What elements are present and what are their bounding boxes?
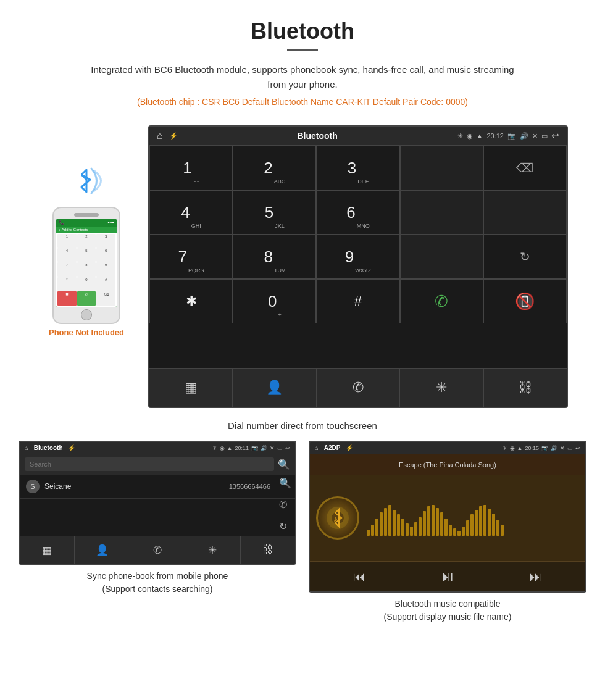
phonebook-contact-row[interactable]: S Seicane 13566664466	[20, 475, 295, 499]
dial-key-0[interactable]: 0+	[233, 279, 316, 323]
music-screen-wrap: ⌂ A2DP ⚡ ✳ ◉ ▲ 20:15 📷 🔊 ✕ ▭ ↩ E	[309, 441, 586, 626]
dial-key-5[interactable]: 5JKL	[233, 190, 316, 235]
dial-empty-row3-col4	[400, 235, 483, 279]
mu-close-icon[interactable]: ✕	[560, 445, 565, 451]
phone-screen-top: 📞●●●	[56, 219, 117, 227]
contact-number: 13566664466	[229, 483, 270, 490]
phonebook-screen: ⌂ Bluetooth ⚡ ✳ ◉ ▲ 20:11 📷 🔊 ✕ ▭ ↩	[19, 441, 296, 565]
side-call-icon[interactable]: ✆	[279, 499, 291, 510]
dial-key-6[interactable]: 6MNO	[316, 190, 399, 235]
phone-image: 📞●●● + Add to Contacts 123 456 789 *0# ✖…	[52, 207, 120, 324]
phonebook-caption-line2: (Support contacts searching)	[102, 584, 213, 594]
side-search-icon[interactable]: 🔍	[279, 477, 291, 489]
bottom-screens-area: ⌂ Bluetooth ⚡ ✳ ◉ ▲ 20:11 📷 🔊 ✕ ▭ ↩	[0, 441, 605, 626]
pb-usb-icon: ⚡	[68, 444, 75, 451]
visualizer-bar	[388, 505, 391, 536]
volume-icon: 🔊	[520, 132, 528, 140]
pb-back-icon[interactable]: ↩	[285, 445, 290, 451]
phone-speaker	[74, 213, 99, 217]
dial-refresh[interactable]: ↻	[483, 235, 567, 279]
phonebook-search-input[interactable]	[25, 457, 274, 471]
contacts-button[interactable]: 👤	[233, 369, 316, 407]
dial-backspace[interactable]: ⌫	[483, 146, 567, 190]
phonebook-status-bar: ⌂ Bluetooth ⚡ ✳ ◉ ▲ 20:11 📷 🔊 ✕ ▭ ↩	[20, 442, 295, 454]
dialpad-button[interactable]: ▦	[149, 369, 233, 407]
bt-status-icon: ✳	[457, 132, 463, 140]
pb-dialpad-btn[interactable]: ▦	[20, 536, 75, 564]
phonebook-search-bar: 🔍	[20, 454, 295, 475]
visualizer-bar	[483, 505, 486, 536]
phonebook-caption-line1: Sync phone-book from mobile phone	[87, 571, 228, 581]
link-button[interactable]: ⛓	[484, 369, 567, 407]
page-header: Bluetooth Integrated with BC6 Bluetooth …	[0, 0, 605, 125]
music-status-bar: ⌂ A2DP ⚡ ✳ ◉ ▲ 20:15 📷 🔊 ✕ ▭ ↩	[310, 442, 585, 454]
pb-contacts-btn[interactable]: 👤	[75, 536, 130, 564]
dial-key-1[interactable]: 1⌣⌣	[149, 146, 233, 190]
dial-key-4[interactable]: 4GHI	[149, 190, 233, 235]
window-icon[interactable]: ▭	[541, 132, 548, 140]
music-album-art: ♪	[316, 496, 359, 540]
phone-screen: 📞●●● + Add to Contacts 123 456 789 *0# ✖…	[56, 219, 117, 307]
dial-key-star[interactable]: ✱	[149, 279, 233, 323]
mu-home-icon[interactable]: ⌂	[315, 444, 319, 451]
home-icon[interactable]: ⌂	[157, 130, 163, 141]
music-controls: ⏮ ⏯ ⏭	[310, 561, 585, 591]
dial-key-8[interactable]: 8TUV	[233, 235, 316, 279]
pb-status-right: ✳ ◉ ▲ 20:11 📷 🔊 ✕ ▭ ↩	[212, 445, 290, 451]
dial-call-button[interactable]: ✆	[400, 279, 483, 323]
bluetooth-button[interactable]: ✳	[400, 369, 483, 407]
side-refresh-icon[interactable]: ↻	[279, 520, 291, 532]
pb-wifi-icon: ▲	[227, 445, 233, 451]
dial-key-hash[interactable]: #	[316, 279, 399, 323]
visualizer-bar	[375, 519, 378, 536]
phonebook-empty-area	[20, 499, 295, 536]
dial-key-3[interactable]: 3DEF	[316, 146, 399, 190]
pb-window-icon[interactable]: ▭	[277, 445, 283, 451]
visualizer-bar	[457, 531, 461, 536]
pb-close-icon[interactable]: ✕	[270, 445, 275, 451]
visualizer-bar	[501, 525, 504, 536]
phone-contacts-label: + Add to Contacts	[56, 227, 117, 233]
visualizer-bar	[393, 510, 396, 536]
visualizer-bar	[410, 527, 413, 536]
mu-window-icon[interactable]: ▭	[567, 445, 573, 451]
mu-title: A2DP	[324, 444, 341, 451]
visualizer-bar	[462, 527, 465, 536]
music-song-title-area: Escape (The Pina Colada Song)	[310, 454, 585, 475]
prev-button[interactable]: ⏮	[353, 570, 365, 584]
dial-key-2[interactable]: 2ABC	[233, 146, 316, 190]
dial-key-9[interactable]: 9WXYZ	[316, 235, 399, 279]
visualizer-bar	[492, 514, 495, 536]
mu-location-icon: ◉	[510, 445, 515, 451]
pb-link-btn[interactable]: ⛓	[241, 536, 295, 564]
screen-title: Bluetooth	[297, 131, 337, 141]
visualizer-bar	[453, 528, 456, 536]
mu-camera-icon: 📷	[541, 445, 548, 451]
phonebook-search-icon[interactable]: 🔍	[278, 459, 290, 470]
status-right: ✳ ◉ ▲ 20:12 📷 🔊 ✕ ▭ ↩	[457, 130, 559, 141]
contact-initial: S	[26, 480, 40, 493]
mu-status-right: ✳ ◉ ▲ 20:15 📷 🔊 ✕ ▭ ↩	[503, 445, 580, 451]
dial-caption: Dial number direct from touchscreen	[0, 414, 605, 441]
visualizer-bar	[380, 512, 383, 536]
page-title: Bluetooth	[12, 19, 593, 44]
phone-dial-grid: 123 456 789 *0# ✖ ✆ ⌫	[56, 233, 117, 307]
play-pause-button[interactable]: ⏯	[440, 568, 455, 585]
music-caption: Bluetooth music compatible (Support disp…	[378, 593, 518, 626]
pb-calls-btn[interactable]: ✆	[130, 536, 185, 564]
pb-home-icon[interactable]: ⌂	[25, 444, 28, 451]
phonebook-screen-wrap: ⌂ Bluetooth ⚡ ✳ ◉ ▲ 20:11 📷 🔊 ✕ ▭ ↩	[19, 441, 296, 626]
calls-button[interactable]: ✆	[317, 369, 400, 407]
visualizer-bar	[475, 510, 478, 536]
mu-back-icon[interactable]: ↩	[575, 445, 580, 451]
pb-bt-btn[interactable]: ✳	[185, 536, 240, 564]
dial-key-7[interactable]: 7PQRS	[149, 235, 233, 279]
mu-volume-icon: 🔊	[551, 445, 557, 451]
back-icon[interactable]: ↩	[551, 130, 559, 141]
visualizer-bar	[449, 525, 452, 536]
dial-hangup-button[interactable]: 📵	[483, 279, 567, 323]
close-icon[interactable]: ✕	[532, 132, 538, 140]
bluetooth-signal-icon	[68, 162, 105, 202]
next-button[interactable]: ⏭	[530, 570, 542, 584]
bluetooth-specs: (Bluetooth chip : CSR BC6 Default Blueto…	[12, 97, 593, 107]
